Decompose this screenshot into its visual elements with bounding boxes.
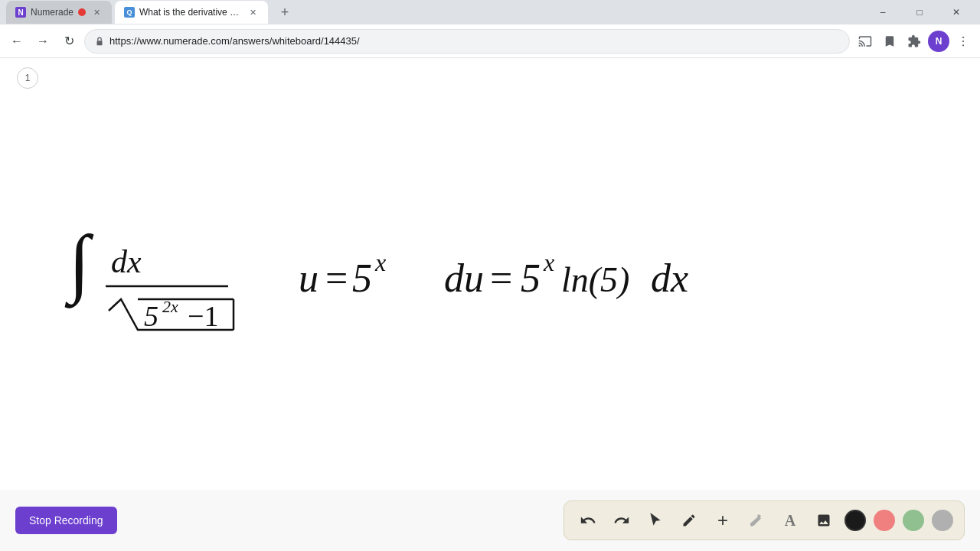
svg-rect-0: [97, 41, 103, 45]
whiteboard: 1 ∫ dx 5 2x −1 u =: [0, 58, 980, 490]
forward-button[interactable]: →: [32, 31, 54, 52]
tab-derivative-close[interactable]: ✕: [247, 6, 259, 18]
derivative-favicon: Q: [124, 7, 135, 18]
redo-button[interactable]: [609, 507, 635, 533]
stop-recording-button[interactable]: Stop Recording: [15, 507, 117, 534]
extension-icon[interactable]: [903, 31, 925, 52]
minimize-button[interactable]: –: [865, 0, 900, 24]
svg-text:5: 5: [144, 300, 158, 332]
svg-text:ln(5): ln(5): [561, 260, 629, 299]
color-green[interactable]: [903, 510, 924, 531]
add-tool-button[interactable]: +: [710, 507, 736, 533]
close-button[interactable]: ✕: [939, 0, 974, 24]
color-black[interactable]: [844, 510, 866, 531]
profile-icon[interactable]: N: [928, 31, 949, 52]
svg-text:x: x: [374, 249, 386, 276]
maximize-button[interactable]: □: [902, 0, 937, 24]
tab-numerade-label: Numerade: [31, 7, 74, 18]
cast-icon[interactable]: [854, 31, 876, 52]
tab-numerade-close[interactable]: ✕: [90, 6, 103, 18]
back-button[interactable]: ←: [6, 31, 28, 52]
svg-text:=: =: [490, 256, 512, 300]
svg-text:x: x: [543, 249, 554, 276]
math-content: ∫ dx 5 2x −1 u = 5 x du: [38, 165, 789, 337]
tab-derivative-label: What is the derivative of 5^x? |: [139, 7, 242, 18]
svg-text:5: 5: [352, 256, 372, 300]
tab-numerade[interactable]: N Numerade ✕: [6, 1, 112, 24]
lock-icon: [94, 36, 105, 47]
svg-point-3: [962, 44, 964, 46]
bookmark-icon[interactable]: [879, 31, 900, 52]
menu-icon[interactable]: [952, 31, 974, 52]
svg-text:u: u: [299, 256, 318, 300]
nav-right-icons: N: [854, 31, 974, 52]
nav-bar: ← → ↻ https://www.numerade.com/answers/w…: [0, 24, 980, 58]
math-svg: ∫ dx 5 2x −1 u = 5 x du: [38, 165, 789, 334]
browser-frame: N Numerade ✕ Q What is the derivative of…: [0, 0, 980, 551]
svg-point-2: [962, 40, 964, 41]
text-tool-button[interactable]: A: [777, 507, 803, 533]
pen-tool-button[interactable]: [676, 507, 702, 533]
window-controls: – □ ✕: [865, 0, 974, 24]
color-pink[interactable]: [874, 510, 895, 531]
bottom-bar: Stop Recording + A: [0, 490, 980, 551]
svg-text:5: 5: [521, 256, 541, 300]
reload-button[interactable]: ↻: [58, 31, 80, 52]
svg-point-1: [962, 36, 964, 37]
svg-text:∫: ∫: [64, 220, 94, 308]
title-bar: N Numerade ✕ Q What is the derivative of…: [0, 0, 980, 24]
address-bar[interactable]: https://www.numerade.com/answers/whitebo…: [84, 29, 850, 54]
color-gray[interactable]: [932, 510, 953, 531]
svg-text:dx: dx: [651, 256, 688, 300]
numerade-favicon: N: [15, 7, 26, 18]
new-tab-button[interactable]: +: [274, 2, 296, 23]
select-tool-button[interactable]: [642, 507, 668, 533]
svg-text:=: =: [325, 256, 348, 300]
tab-derivative[interactable]: Q What is the derivative of 5^x? | ✕: [115, 1, 268, 24]
image-tool-button[interactable]: [811, 507, 837, 533]
undo-button[interactable]: [575, 507, 601, 533]
svg-text:2x: 2x: [162, 297, 178, 316]
svg-text:du: du: [444, 256, 484, 300]
svg-text:dx: dx: [111, 244, 142, 279]
drawing-toolbar: + A: [564, 500, 965, 540]
url-text: https://www.numerade.com/answers/whitebo…: [109, 35, 360, 47]
svg-text:−1: −1: [188, 300, 218, 332]
page-number: 1: [17, 67, 38, 89]
highlight-tool-button[interactable]: [743, 507, 769, 533]
recording-indicator: [78, 8, 86, 16]
